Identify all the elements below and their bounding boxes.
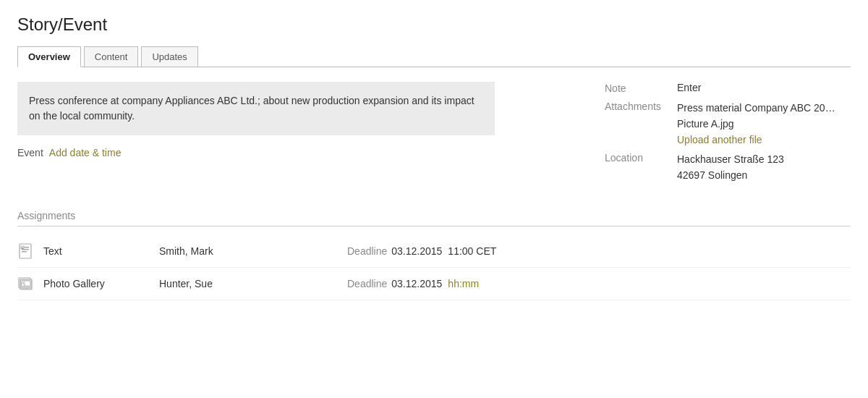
page-title: Story/Event (17, 14, 851, 35)
description-box: Press conference at company Appliances A… (17, 82, 495, 135)
assignment-person-0: Smith, Mark (159, 245, 347, 257)
location-row: Location Hackhauser Straße 123 42697 Sol… (605, 151, 851, 184)
deadline-label-1: Deadline (347, 278, 387, 289)
note-value[interactable]: Enter (677, 82, 701, 93)
event-row: Event Add date & time (17, 147, 576, 158)
assignment-row-0: a Text Smith, Mark Deadline 03.12.2015 1… (17, 235, 851, 268)
assignments-section: Assignments a Text Smith, Mark Deadline … (17, 210, 851, 300)
assignments-title: Assignments (17, 210, 851, 226)
event-label: Event (17, 147, 43, 158)
tab-updates[interactable]: Updates (141, 46, 197, 67)
location-line2: 42697 Solingen (677, 169, 747, 181)
assignment-type-1: Photo Gallery (43, 278, 159, 289)
deadline-label-0: Deadline (347, 245, 387, 257)
deadline-time-1[interactable]: hh:mm (448, 278, 479, 289)
location-value: Hackhauser Straße 123 42697 Solingen (677, 151, 784, 184)
assignment-type-0: Text (43, 245, 159, 257)
tab-content[interactable]: Content (84, 46, 139, 67)
note-label: Note (605, 82, 677, 94)
location-line1: Hackhauser Straße 123 (677, 153, 784, 165)
tab-overview[interactable]: Overview (17, 46, 81, 67)
note-row: Note Enter (605, 82, 851, 94)
location-label: Location (605, 151, 677, 164)
deadline-date-0: 03.12.2015 (391, 245, 442, 257)
main-content: Press conference at company Appliances A… (17, 82, 851, 190)
right-column: Note Enter Attachments Press material Co… (605, 82, 851, 190)
text-doc-icon: a (17, 242, 43, 260)
attachment-0[interactable]: Press material Company ABC 20… (677, 100, 835, 116)
deadline-date-1: 03.12.2015 (391, 278, 442, 289)
attachments-list: Press material Company ABC 20… Picture A… (677, 100, 835, 145)
svg-rect-3 (22, 251, 27, 253)
assignment-person-1: Hunter, Sue (159, 278, 347, 289)
deadline-time-0[interactable]: 11:00 CET (448, 245, 496, 257)
tab-bar: Overview Content Updates (17, 46, 851, 67)
left-column: Press conference at company Appliances A… (17, 82, 576, 190)
assignment-row-1: Photo Gallery Hunter, Sue Deadline 03.12… (17, 268, 851, 300)
upload-another-link[interactable]: Upload another file (677, 134, 835, 145)
photo-gallery-icon (17, 275, 43, 292)
add-date-time-link[interactable]: Add date & time (49, 147, 122, 158)
attachment-1[interactable]: Picture A.jpg (677, 116, 835, 132)
attachments-row: Attachments Press material Company ABC 2… (605, 100, 851, 145)
attachments-label: Attachments (605, 100, 677, 112)
svg-point-9 (23, 281, 25, 284)
description-text: Press conference at company Appliances A… (29, 95, 475, 122)
